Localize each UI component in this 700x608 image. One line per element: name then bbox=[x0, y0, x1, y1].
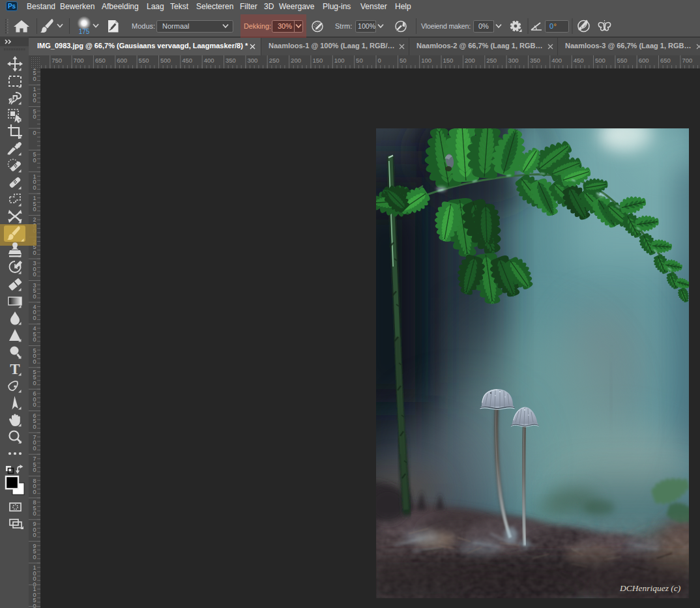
svg-text:0: 0 bbox=[33, 97, 36, 104]
svg-text:Strm:: Strm: bbox=[335, 22, 352, 30]
svg-text:100: 100 bbox=[421, 57, 431, 64]
svg-text:200: 200 bbox=[465, 57, 475, 64]
svg-text:0: 0 bbox=[33, 293, 36, 300]
svg-text:550: 550 bbox=[139, 57, 149, 64]
svg-text:150: 150 bbox=[312, 57, 323, 64]
svg-text:350: 350 bbox=[226, 57, 236, 64]
svg-text:350: 350 bbox=[530, 57, 540, 64]
svg-text:0: 0 bbox=[33, 315, 36, 321]
svg-text:30%: 30% bbox=[278, 22, 292, 30]
svg-text:50: 50 bbox=[356, 57, 363, 64]
svg-text:0: 0 bbox=[33, 489, 36, 495]
svg-text:250: 250 bbox=[486, 57, 497, 64]
svg-text:300: 300 bbox=[247, 57, 257, 64]
svg-text:450: 450 bbox=[182, 57, 192, 64]
svg-text:100: 100 bbox=[334, 57, 345, 64]
svg-text:Normaal: Normaal bbox=[162, 22, 190, 30]
svg-text:T: T bbox=[10, 361, 20, 377]
svg-text:600: 600 bbox=[639, 57, 649, 64]
svg-text:400: 400 bbox=[551, 57, 562, 64]
svg-text:700: 700 bbox=[682, 57, 692, 64]
svg-text:200: 200 bbox=[291, 57, 301, 64]
svg-text:0: 0 bbox=[378, 57, 381, 64]
svg-text:0: 0 bbox=[33, 184, 36, 191]
svg-text:750: 750 bbox=[51, 57, 62, 64]
svg-text:0: 0 bbox=[33, 358, 36, 365]
svg-text:0: 0 bbox=[33, 510, 36, 517]
svg-text:0: 0 bbox=[33, 554, 36, 560]
svg-text:°: ° bbox=[554, 22, 557, 30]
svg-text:0: 0 bbox=[33, 271, 36, 278]
svg-text:0: 0 bbox=[33, 467, 36, 473]
svg-text:650: 650 bbox=[660, 57, 671, 64]
svg-text:Modus:: Modus: bbox=[132, 22, 155, 30]
svg-text:0%: 0% bbox=[478, 22, 489, 30]
svg-text:500: 500 bbox=[595, 57, 605, 64]
svg-text:250: 250 bbox=[269, 57, 280, 64]
svg-text:650: 650 bbox=[95, 57, 106, 64]
svg-text:700: 700 bbox=[74, 57, 84, 64]
svg-text:0: 0 bbox=[33, 76, 36, 82]
svg-text:0: 0 bbox=[33, 401, 36, 408]
svg-text:175: 175 bbox=[79, 28, 90, 35]
svg-text:300: 300 bbox=[508, 57, 519, 64]
svg-text:500: 500 bbox=[160, 57, 171, 64]
svg-text:50: 50 bbox=[400, 57, 407, 64]
svg-text:0: 0 bbox=[33, 532, 36, 538]
svg-text:Vloeiend maken:: Vloeiend maken: bbox=[421, 22, 471, 30]
svg-text:0: 0 bbox=[33, 380, 36, 386]
svg-text:0: 0 bbox=[33, 130, 36, 136]
svg-text:400: 400 bbox=[204, 57, 214, 64]
svg-text:600: 600 bbox=[117, 57, 127, 64]
svg-text:0: 0 bbox=[33, 445, 36, 452]
svg-text:0: 0 bbox=[33, 157, 36, 164]
svg-text:450: 450 bbox=[574, 57, 584, 64]
svg-text:0: 0 bbox=[33, 336, 36, 343]
svg-text:0: 0 bbox=[33, 250, 36, 256]
svg-text:Dekking:: Dekking: bbox=[244, 22, 271, 30]
svg-text:DCHenriquez (c): DCHenriquez (c) bbox=[619, 583, 681, 593]
svg-text:100%: 100% bbox=[358, 22, 376, 30]
svg-text:0: 0 bbox=[33, 424, 36, 430]
svg-text:0: 0 bbox=[549, 22, 553, 30]
svg-text:150: 150 bbox=[443, 57, 454, 64]
svg-text:550: 550 bbox=[617, 57, 627, 64]
svg-text:0: 0 bbox=[33, 113, 36, 120]
svg-text:0: 0 bbox=[33, 206, 36, 212]
